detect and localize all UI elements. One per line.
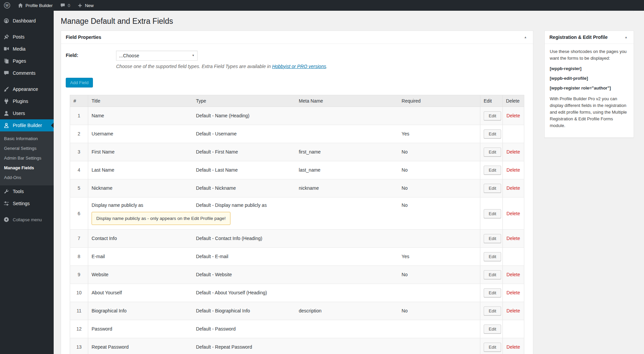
edit-button[interactable]: Edit [484, 288, 501, 297]
row-number: 12 [70, 320, 88, 338]
field-required: Yes [398, 125, 480, 143]
column-header-delete: Delete [502, 95, 524, 107]
field-required [398, 338, 480, 354]
table-header-row: # Title Type Meta Name Required Edit Del… [70, 95, 524, 107]
delete-link[interactable]: Delete [506, 149, 520, 155]
collapse-menu-label: Collapse menu [13, 217, 42, 222]
edit-button[interactable]: Edit [484, 166, 501, 175]
pro-info-text: With Profile Builder Pro v2 you can disp… [550, 96, 629, 129]
dashboard-icon [3, 17, 10, 24]
sidebar-item-tools[interactable]: Tools [0, 185, 54, 197]
row-number: 7 [70, 229, 88, 247]
edit-button[interactable]: Edit [484, 129, 501, 138]
delete-link[interactable]: Delete [506, 344, 520, 350]
field-meta-name [296, 197, 398, 229]
sidebar-item-comments[interactable]: Comments [0, 67, 54, 79]
row-number: 13 [70, 338, 88, 354]
collapse-panel-icon[interactable]: ▲ [623, 34, 629, 40]
display-name-notice: Display name publicly as - only appears … [92, 212, 230, 225]
delete-link[interactable]: Delete [506, 211, 520, 216]
column-header-required: Required [398, 95, 480, 107]
field-meta-name [296, 107, 398, 125]
field-meta-name [296, 284, 398, 302]
edit-button[interactable]: Edit [484, 343, 501, 352]
table-row: 8 E-mail Default - E-mail Yes Edit [70, 247, 524, 266]
site-name: Profile Builder [25, 3, 53, 8]
field-helper-text: Choose one of the supported field types.… [116, 64, 327, 69]
sidebar-item-label: Pages [13, 58, 26, 64]
field-title: Biographical Info [88, 302, 193, 320]
table-row: 3 First Name Default - First Name first_… [70, 143, 524, 161]
field-type: Default - First Name [193, 143, 296, 161]
panel-title: Field Properties [66, 35, 101, 40]
column-header-type: Type [193, 95, 296, 107]
submenu-item-add-ons[interactable]: Add-Ons [0, 173, 54, 182]
field-type: Default - Last Name [193, 161, 296, 179]
field-required: No [398, 179, 480, 197]
sidebar-item-label: Plugins [13, 99, 28, 104]
field-meta-name [296, 247, 398, 266]
panel-title: Registration & Edit Profile [549, 35, 607, 40]
edit-button[interactable]: Edit [484, 184, 501, 193]
submenu-item-basic-information[interactable]: Basic Information [0, 134, 54, 143]
profile-builder-submenu: Basic Information General Settings Admin… [0, 131, 54, 185]
shortcode-register-role: [wppb-register role="author"] [550, 85, 629, 92]
sidebar-item-posts[interactable]: Posts [0, 31, 54, 43]
sidebar-item-settings[interactable]: Settings [0, 197, 54, 210]
collapse-menu-button[interactable]: Collapse menu [0, 214, 54, 226]
profile-builder-icon [3, 122, 10, 129]
edit-button[interactable]: Edit [484, 111, 501, 120]
field-required: Yes [398, 247, 480, 266]
delete-link[interactable]: Delete [506, 308, 520, 313]
edit-button[interactable]: Edit [484, 270, 501, 279]
submenu-item-admin-bar-settings[interactable]: Admin Bar Settings [0, 153, 54, 163]
add-field-button[interactable]: Add Field [66, 78, 93, 87]
sidebar-item-profile-builder[interactable]: Profile Builder [0, 119, 54, 131]
edit-button[interactable]: Edit [484, 252, 501, 261]
field-required: No [398, 302, 480, 320]
field-meta-name [296, 338, 398, 354]
submenu-item-manage-fields[interactable]: Manage Fields [0, 163, 54, 173]
field-title: Name [88, 107, 193, 125]
delete-link[interactable]: Delete [506, 167, 520, 173]
sidebar-item-media[interactable]: Media [0, 43, 54, 55]
collapse-panel-icon[interactable]: ▲ [523, 34, 528, 40]
delete-link[interactable]: Delete [506, 113, 520, 118]
submenu-item-general-settings[interactable]: General Settings [0, 143, 54, 153]
field-meta-name [296, 266, 398, 284]
sidebar-item-users[interactable]: Users [0, 107, 54, 119]
edit-button[interactable]: Edit [484, 324, 501, 334]
edit-button[interactable]: Edit [484, 148, 501, 157]
delete-link[interactable]: Delete [506, 185, 520, 191]
field-type-select[interactable]: ...Choose [116, 51, 198, 61]
edit-button[interactable]: Edit [484, 209, 501, 218]
sidebar-item-dashboard[interactable]: Dashboard [0, 15, 54, 27]
admin-menu: Dashboard Posts Media Pages Comments App… [0, 11, 54, 354]
new-content-menu[interactable]: New [74, 0, 97, 11]
sidebar-item-appearance[interactable]: Appearance [0, 83, 54, 95]
visit-site-link[interactable]: Profile Builder [14, 0, 56, 11]
delete-link[interactable]: Delete [506, 272, 520, 277]
row-number: 4 [70, 161, 88, 179]
table-row: 2 Username Default - Username Yes Edit [70, 125, 524, 143]
pro-versions-link[interactable]: Hobbyist or PRO versions [272, 64, 326, 69]
plug-icon [3, 98, 10, 105]
edit-button[interactable]: Edit [484, 306, 501, 315]
field-meta-name [296, 320, 398, 338]
field-title: Display name publicly as [92, 202, 189, 208]
table-row: 13 Repeat Password Default - Repeat Pass… [70, 338, 524, 354]
comments-icon [3, 70, 10, 76]
sidebar-item-plugins[interactable]: Plugins [0, 95, 54, 107]
field-title: Username [88, 125, 193, 143]
delete-link[interactable]: Delete [506, 290, 520, 295]
comments-admin-bar-item[interactable]: 0 [56, 0, 74, 11]
collapse-arrow-icon [3, 216, 10, 223]
wordpress-logo-menu[interactable]: W [0, 0, 14, 11]
field-type-select-wrap: ...Choose [116, 51, 198, 61]
sidebar-item-pages[interactable]: Pages [0, 55, 54, 67]
edit-button[interactable]: Edit [484, 234, 501, 243]
sidebar-item-label: Media [13, 46, 25, 52]
field-type: Default - Biographical Info [193, 302, 296, 320]
delete-link[interactable]: Delete [506, 236, 520, 241]
comment-bubble-icon [60, 3, 65, 8]
